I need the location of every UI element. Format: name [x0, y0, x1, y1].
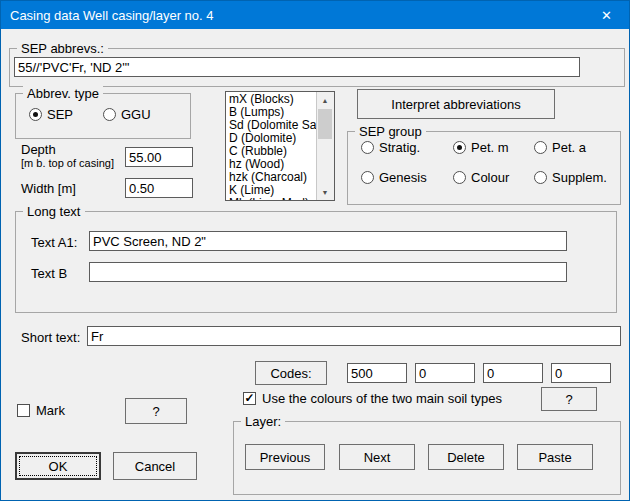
radio-pet-a[interactable]: Pet. a — [534, 140, 586, 155]
radio-pet-a-label: Pet. a — [552, 140, 586, 155]
radio-ggu-icon — [103, 108, 116, 121]
radio-sep[interactable]: SEP — [29, 107, 73, 122]
abbrev-type-group-label: Abbrev. type — [23, 86, 103, 101]
colours-checkbox[interactable]: ✓ Use the colours of the two main soil t… — [243, 391, 502, 406]
radio-pet-a-icon — [534, 141, 547, 154]
cancel-button[interactable]: Cancel — [113, 452, 197, 480]
radio-pet-m-label: Pet. m — [471, 140, 509, 155]
radio-supplem[interactable]: Supplem. — [534, 170, 607, 185]
radio-supplem-icon — [534, 171, 547, 184]
mark-checkbox-icon — [17, 404, 30, 417]
close-icon: ✕ — [601, 8, 612, 23]
radio-pet-m-icon — [453, 141, 466, 154]
radio-colour-label: Colour — [471, 170, 509, 185]
text-b-input[interactable] — [89, 262, 567, 282]
scroll-up-icon: ▲ — [322, 97, 329, 104]
depth-unit-label: [m b. top of casing] — [21, 157, 114, 169]
window-title: Casing data Well casing/layer no. 4 — [1, 8, 214, 23]
titlebar[interactable]: Casing data Well casing/layer no. 4 ✕ — [1, 1, 629, 29]
radio-pet-m[interactable]: Pet. m — [453, 140, 509, 155]
scrollbar-thumb[interactable] — [318, 109, 332, 139]
sep-abbrevs-input[interactable] — [14, 57, 580, 77]
width-input[interactable] — [125, 178, 193, 198]
casing-data-dialog: Casing data Well casing/layer no. 4 ✕ SE… — [0, 0, 630, 501]
text-a1-label: Text A1: — [31, 235, 77, 250]
colours-checkbox-icon: ✓ — [243, 392, 256, 405]
short-text-label: Short text: — [21, 330, 80, 345]
ok-button[interactable]: OK — [15, 452, 101, 480]
scroll-down-button[interactable]: ▼ — [317, 184, 333, 200]
radio-colour[interactable]: Colour — [453, 170, 509, 185]
interpret-abbreviations-button[interactable]: Interpret abbreviations — [357, 89, 555, 119]
help-button-right[interactable]: ? — [541, 387, 597, 411]
radio-sep-icon — [29, 108, 42, 121]
listbox-scrollbar[interactable]: ▲ ▼ — [316, 92, 334, 200]
radio-supplem-label: Supplem. — [552, 170, 607, 185]
abbrev-listbox[interactable]: mX (Blocks) B (Lumps) Sd (Dolomite Sand)… — [225, 91, 335, 201]
sep-abbrevs-group-label: SEP abbrevs.: — [17, 41, 108, 56]
code-input-4[interactable] — [551, 363, 611, 383]
radio-ggu-label: GGU — [121, 107, 151, 122]
radio-stratig-label: Stratig. — [379, 140, 420, 155]
delete-button[interactable]: Delete — [428, 444, 504, 470]
colours-checkbox-label: Use the colours of the two main soil typ… — [262, 391, 502, 406]
short-text-input[interactable] — [87, 326, 621, 346]
next-button[interactable]: Next — [339, 444, 415, 470]
radio-genesis-label: Genesis — [379, 170, 427, 185]
depth-input[interactable] — [125, 147, 193, 167]
code-input-3[interactable] — [483, 363, 543, 383]
radio-colour-icon — [453, 171, 466, 184]
close-button[interactable]: ✕ — [584, 1, 629, 29]
help-button-left[interactable]: ? — [125, 398, 187, 424]
text-b-label: Text B — [31, 266, 67, 281]
radio-stratig-icon — [361, 141, 374, 154]
paste-button[interactable]: Paste — [517, 444, 593, 470]
mark-checkbox[interactable]: Mark — [17, 403, 65, 418]
code-input-1[interactable] — [347, 363, 407, 383]
code-input-2[interactable] — [415, 363, 475, 383]
list-item[interactable]: Mk (Lime Marl) — [226, 197, 317, 200]
layer-group-label: Layer: — [241, 414, 285, 429]
long-text-group-label: Long text — [23, 204, 85, 219]
radio-genesis[interactable]: Genesis — [361, 170, 427, 185]
sep-group-label: SEP group — [355, 124, 426, 139]
scroll-up-button[interactable]: ▲ — [317, 92, 333, 108]
previous-button[interactable]: Previous — [245, 444, 325, 470]
scroll-down-icon: ▼ — [322, 189, 329, 196]
depth-label: Depth — [21, 142, 56, 157]
mark-checkbox-label: Mark — [36, 403, 65, 418]
radio-stratig[interactable]: Stratig. — [361, 140, 420, 155]
radio-genesis-icon — [361, 171, 374, 184]
text-a1-input[interactable] — [89, 231, 567, 251]
abbrev-listbox-items: mX (Blocks) B (Lumps) Sd (Dolomite Sand)… — [226, 93, 317, 200]
radio-sep-label: SEP — [47, 107, 73, 122]
check-icon: ✓ — [244, 392, 254, 404]
width-label: Width [m] — [21, 181, 76, 196]
codes-button[interactable]: Codes: — [255, 361, 327, 385]
radio-ggu[interactable]: GGU — [103, 107, 151, 122]
